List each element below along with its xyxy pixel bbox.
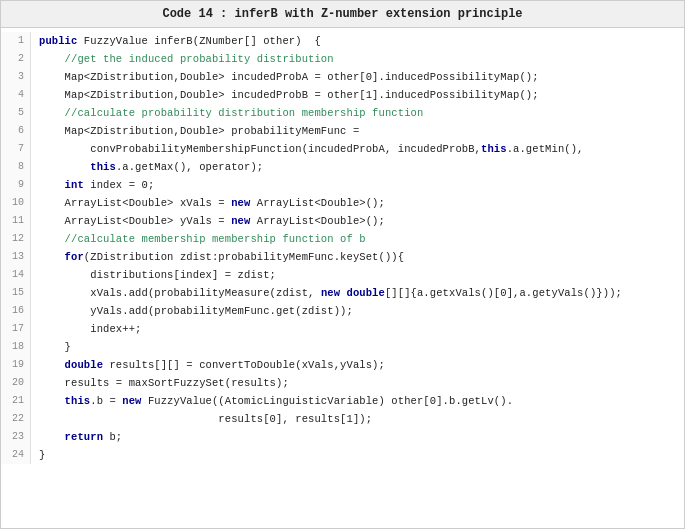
- code-token: xVals.add(probabilityMeasure(zdist,: [39, 287, 321, 299]
- code-token: this: [481, 143, 507, 155]
- code-line: //calculate membership membership functi…: [39, 230, 676, 248]
- code-line: }: [39, 338, 676, 356]
- code-area: 123456789101112131415161718192021222324 …: [1, 28, 684, 468]
- code-line: Map<ZDistribution,Double> incudedProbB =…: [39, 86, 676, 104]
- code-token: Map<ZDistribution,Double> incudedProbB =…: [39, 89, 539, 101]
- line-number: 6: [5, 122, 24, 140]
- code-token: FuzzyValue inferB(ZNumber[] other) {: [77, 35, 320, 47]
- code-line: return b;: [39, 428, 676, 446]
- line-number: 22: [5, 410, 24, 428]
- line-number: 5: [5, 104, 24, 122]
- code-line: ArrayList<Double> xVals = new ArrayList<…: [39, 194, 676, 212]
- code-token: new: [122, 395, 141, 407]
- line-number: 2: [5, 50, 24, 68]
- code-line: }: [39, 446, 676, 464]
- code-line: //calculate probability distribution mem…: [39, 104, 676, 122]
- code-token: [][]{a.getxVals()[0],a.getyVals()}));: [385, 287, 622, 299]
- code-line: this.b = new FuzzyValue((AtomicLinguisti…: [39, 392, 676, 410]
- code-line: Map<ZDistribution,Double> incudedProbA =…: [39, 68, 676, 86]
- line-number: 14: [5, 266, 24, 284]
- code-line: index++;: [39, 320, 676, 338]
- line-number: 20: [5, 374, 24, 392]
- code-line: double results[][] = convertToDouble(xVa…: [39, 356, 676, 374]
- code-token: int: [39, 179, 84, 191]
- code-token: }: [39, 341, 71, 353]
- code-token: for: [39, 251, 84, 263]
- line-number: 17: [5, 320, 24, 338]
- code-token: }: [39, 449, 45, 461]
- title-text: Code 14 : inferB with Z-number extension…: [162, 7, 522, 21]
- code-token: b;: [103, 431, 122, 443]
- code-token: .b =: [90, 395, 122, 407]
- line-number: 8: [5, 158, 24, 176]
- code-token: results[][] = convertToDouble(xVals,yVal…: [103, 359, 385, 371]
- line-number: 12: [5, 230, 24, 248]
- code-token: //calculate probability distribution mem…: [39, 107, 423, 119]
- title-bar: Code 14 : inferB with Z-number extension…: [1, 1, 684, 28]
- line-number: 21: [5, 392, 24, 410]
- line-number: 3: [5, 68, 24, 86]
- code-token: ArrayList<Double> xVals =: [39, 197, 231, 209]
- code-line: for(ZDistribution zdist:probabilityMemFu…: [39, 248, 676, 266]
- code-token: FuzzyValue((AtomicLinguisticVariable) ot…: [142, 395, 514, 407]
- line-number: 11: [5, 212, 24, 230]
- code-token: Map<ZDistribution,Double> probabilityMem…: [39, 125, 359, 137]
- code-line: convProbabilityMembershipFunction(incude…: [39, 140, 676, 158]
- code-token: new: [231, 215, 250, 227]
- line-number: 10: [5, 194, 24, 212]
- code-token: (ZDistribution zdist:probabilityMemFunc.…: [84, 251, 404, 263]
- code-token: index++;: [39, 323, 142, 335]
- code-line: //get the induced probability distributi…: [39, 50, 676, 68]
- code-token: double: [39, 359, 103, 371]
- code-token: //calculate membership membership functi…: [39, 233, 366, 245]
- code-container: Code 14 : inferB with Z-number extension…: [0, 0, 685, 529]
- code-line: public FuzzyValue inferB(ZNumber[] other…: [39, 32, 676, 50]
- line-number: 18: [5, 338, 24, 356]
- code-token: this: [39, 395, 90, 407]
- code-line: this.a.getMax(), operator);: [39, 158, 676, 176]
- code-line: results = maxSortFuzzySet(results);: [39, 374, 676, 392]
- code-line: results[0], results[1]);: [39, 410, 676, 428]
- line-number: 13: [5, 248, 24, 266]
- code-token: yVals.add(probabilityMemFunc.get(zdist))…: [39, 305, 353, 317]
- code-line: xVals.add(probabilityMeasure(zdist, new …: [39, 284, 676, 302]
- code-token: new double: [321, 287, 385, 299]
- code-line: distributions[index] = zdist;: [39, 266, 676, 284]
- code-line: int index = 0;: [39, 176, 676, 194]
- code-line: yVals.add(probabilityMemFunc.get(zdist))…: [39, 302, 676, 320]
- code-lines: public FuzzyValue inferB(ZNumber[] other…: [31, 32, 684, 464]
- code-token: results = maxSortFuzzySet(results);: [39, 377, 289, 389]
- code-token: public: [39, 35, 77, 47]
- code-token: new: [231, 197, 250, 209]
- code-token: ArrayList<Double> yVals =: [39, 215, 231, 227]
- line-numbers: 123456789101112131415161718192021222324: [1, 32, 31, 464]
- code-line: ArrayList<Double> yVals = new ArrayList<…: [39, 212, 676, 230]
- line-number: 24: [5, 446, 24, 464]
- code-token: .a.getMin(),: [507, 143, 584, 155]
- code-token: results[0], results[1]);: [39, 413, 372, 425]
- line-number: 16: [5, 302, 24, 320]
- line-number: 15: [5, 284, 24, 302]
- code-token: index = 0;: [84, 179, 154, 191]
- code-line: Map<ZDistribution,Double> probabilityMem…: [39, 122, 676, 140]
- code-token: ArrayList<Double>();: [250, 197, 385, 209]
- line-number: 1: [5, 32, 24, 50]
- line-number: 23: [5, 428, 24, 446]
- code-token: .a.getMax(), operator);: [116, 161, 263, 173]
- line-number: 19: [5, 356, 24, 374]
- code-token: ArrayList<Double>();: [250, 215, 385, 227]
- code-token: this: [39, 161, 116, 173]
- line-number: 4: [5, 86, 24, 104]
- code-token: //get the induced probability distributi…: [39, 53, 334, 65]
- code-token: convProbabilityMembershipFunction(incude…: [39, 143, 481, 155]
- code-token: Map<ZDistribution,Double> incudedProbA =…: [39, 71, 539, 83]
- code-token: return: [39, 431, 103, 443]
- line-number: 7: [5, 140, 24, 158]
- code-token: distributions[index] = zdist;: [39, 269, 276, 281]
- line-number: 9: [5, 176, 24, 194]
